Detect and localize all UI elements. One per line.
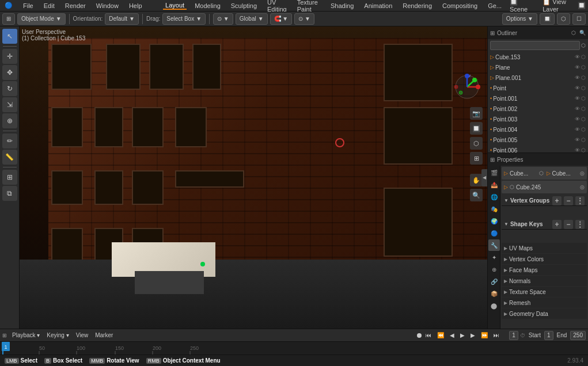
xray-btn[interactable]: ☐ — [572, 13, 586, 25]
shape-keys-remove[interactable]: − — [564, 220, 573, 229]
n-panel-toggle[interactable]: ◀ — [481, 169, 487, 186]
menu-render[interactable]: Render — [63, 2, 88, 9]
outliner-item-filter[interactable]: ⬡ — [581, 137, 586, 143]
menu-edit[interactable]: Edit — [41, 2, 57, 9]
prop-tab-physics[interactable]: ⊕ — [488, 264, 500, 275]
outliner-item-filter[interactable]: ⬡ — [581, 127, 586, 132]
prop-tab-scene[interactable]: 🎭 — [488, 203, 500, 215]
outliner-item-eye[interactable]: 👁 — [575, 75, 580, 81]
perspective-btn[interactable]: 🔲 — [470, 122, 483, 135]
outliner-item-filter[interactable]: ⬡ — [581, 147, 586, 152]
overlay-btn[interactable]: ⬡ — [557, 13, 570, 25]
tool-move[interactable]: ✥ — [2, 65, 17, 80]
face-maps-header[interactable]: Face Maps — [502, 265, 587, 275]
prev-keyframe-btn[interactable]: ◀ — [448, 332, 456, 338]
next-frame-btn[interactable]: ⏩ — [479, 332, 490, 338]
transform-selector[interactable]: Global ▼ — [236, 13, 268, 25]
workspace-tab-layout[interactable]: Layout — [163, 2, 187, 10]
shape-keys-options[interactable]: ⋮ — [575, 220, 585, 229]
hand-tool-btn[interactable]: ✋ — [470, 174, 483, 186]
outliner-search-icon[interactable]: 🔍 — [579, 30, 586, 36]
prop-tab-view-layer[interactable]: 🌐 — [488, 191, 500, 203]
prop-tab-material[interactable]: ⬤ — [488, 300, 500, 311]
workspace-tab-shading[interactable]: Shading — [328, 2, 356, 9]
scene-selector[interactable]: 🔲 Scene — [510, 0, 528, 13]
tool-scale[interactable]: ⇲ — [2, 97, 17, 112]
workspace-tab-rendering[interactable]: Rendering — [400, 2, 434, 9]
linked-name[interactable]: Cube... — [552, 170, 579, 177]
workspace-tab-animation[interactable]: Animation — [362, 2, 394, 9]
viewport[interactable]: User Perspective (1) Collection | Cube.1… — [20, 26, 487, 329]
menu-help[interactable]: Help — [127, 2, 145, 9]
next-keyframe-btn[interactable]: ▶ — [469, 332, 477, 338]
workspace-tab-modeling[interactable]: Modeling — [192, 2, 223, 9]
end-frame-display[interactable]: 250 — [570, 331, 586, 340]
prop-tab-particles[interactable]: ✦ — [488, 251, 500, 263]
prop-tab-data[interactable]: 📦 — [488, 288, 500, 299]
outliner-item-filter[interactable]: ⬡ — [581, 54, 586, 60]
tool-extrude[interactable]: ⧉ — [2, 186, 17, 201]
outliner-item-filter[interactable]: ⬡ — [581, 64, 586, 70]
drag-selector[interactable]: Select Box ▼ — [162, 13, 206, 25]
editor-type-btn[interactable]: ⊞ — [2, 13, 15, 25]
prev-frame-btn[interactable]: ⏪ — [435, 332, 446, 338]
camera-view-btn[interactable]: 📷 — [470, 107, 483, 120]
navigation-gizmo[interactable]: X Y Z — [453, 73, 481, 101]
options-btn[interactable]: Options ▼ — [502, 13, 537, 25]
vertex-groups-add[interactable]: + — [552, 196, 562, 205]
outliner-item-eye[interactable]: 👁 — [575, 116, 580, 122]
outliner-item-point-004[interactable]: • Point.004 👁 ⬡ — [488, 124, 588, 135]
prop-tab-world[interactable]: 🌍 — [488, 215, 500, 227]
viewport-shading-btn[interactable]: 🔲 — [540, 13, 555, 25]
tool-select[interactable]: ↖ — [2, 29, 17, 44]
keying-menu[interactable]: Keying ▾ — [45, 332, 70, 338]
vertex-groups-header[interactable]: Vertex Groups + − ⋮ — [502, 196, 587, 206]
prop-tab-constraints[interactable]: 🔗 — [488, 276, 500, 287]
shape-keys-header[interactable]: Shape Keys + − ⋮ — [502, 219, 587, 230]
outliner-item-plane-001[interactable]: ▷ Plane.001 👁 ⬡ — [488, 73, 588, 83]
uv-maps-header[interactable]: UV Maps — [502, 243, 587, 253]
tool-annotate[interactable]: ✏ — [2, 134, 17, 148]
marker-menu[interactable]: Marker — [93, 332, 115, 338]
view-menu[interactable]: View — [74, 332, 90, 338]
workspace-tab-ge[interactable]: Ge... — [485, 2, 504, 9]
tool-measure[interactable]: 📏 — [2, 150, 17, 165]
outliner-item-point-002[interactable]: • Point.002 👁 ⬡ — [488, 104, 588, 114]
outliner-item-plane[interactable]: ▷ Plane 👁 ⬡ — [488, 62, 588, 73]
blender-logo-menu[interactable]: 🔵 — [2, 2, 15, 9]
timeline-ruler[interactable]: 1 50 100 150 200 250 1 — [0, 342, 588, 354]
outliner-item-eye[interactable]: 👁 — [575, 54, 580, 60]
viewport-overlay-btn[interactable]: ⊞ — [470, 152, 483, 165]
snap-btn[interactable]: 🧲 ▼ — [270, 13, 293, 25]
prop-tab-modifier[interactable]: 🔧 — [488, 239, 500, 251]
jump-start-btn[interactable]: ⏮ — [424, 332, 433, 338]
outliner-item-eye[interactable]: 👁 — [575, 64, 580, 70]
vertex-groups-options[interactable]: ⋮ — [575, 196, 585, 205]
playback-menu[interactable]: Playback ▾ — [10, 332, 41, 338]
viewport-shading-solid[interactable]: ⬡ — [470, 137, 483, 150]
prop-tab-output[interactable]: 📤 — [488, 179, 500, 190]
outliner-item-eye[interactable]: 👁 — [575, 96, 580, 101]
remesh-header[interactable]: Remesh — [502, 298, 587, 308]
mesh-name[interactable]: Cube.245 — [516, 184, 578, 190]
outliner-item-point-001[interactable]: • Point.001 👁 ⬡ — [488, 93, 588, 104]
start-frame-display[interactable]: 1 — [544, 331, 553, 340]
workspace-tab-texture-paint[interactable]: Texture Paint — [295, 0, 323, 13]
current-frame-display[interactable]: 1 — [509, 331, 518, 340]
outliner-item-point-006[interactable]: • Point.006 👁 ⬡ — [488, 145, 588, 152]
tool-add[interactable]: ⊞ — [2, 170, 17, 185]
prop-tab-object[interactable]: 🔵 — [488, 227, 500, 239]
outliner-item-cube-153[interactable]: ▷ Cube.153 👁 ⬡ — [488, 52, 588, 62]
tool-cursor[interactable]: ✛ — [2, 49, 17, 64]
object-name[interactable]: Cube... — [510, 170, 536, 177]
outliner-item-point[interactable]: • Point 👁 ⬡ — [488, 83, 588, 93]
vertex-colors-header[interactable]: Vertex Colors — [502, 254, 587, 264]
pivot-btn[interactable]: ⊙ ▼ — [213, 13, 233, 25]
outliner-item-eye[interactable]: 👁 — [575, 127, 580, 132]
outliner-item-filter[interactable]: ⬡ — [581, 116, 586, 122]
texture-space-header[interactable]: Texture Space — [502, 287, 587, 297]
tool-rotate[interactable]: ↻ — [2, 81, 17, 96]
outliner-item-point-003[interactable]: • Point.003 👁 ⬡ — [488, 114, 588, 124]
zoom-tool-btn[interactable]: 🔍 — [470, 189, 483, 201]
view-layer-selector[interactable]: 📋 View Layer — [543, 0, 568, 13]
